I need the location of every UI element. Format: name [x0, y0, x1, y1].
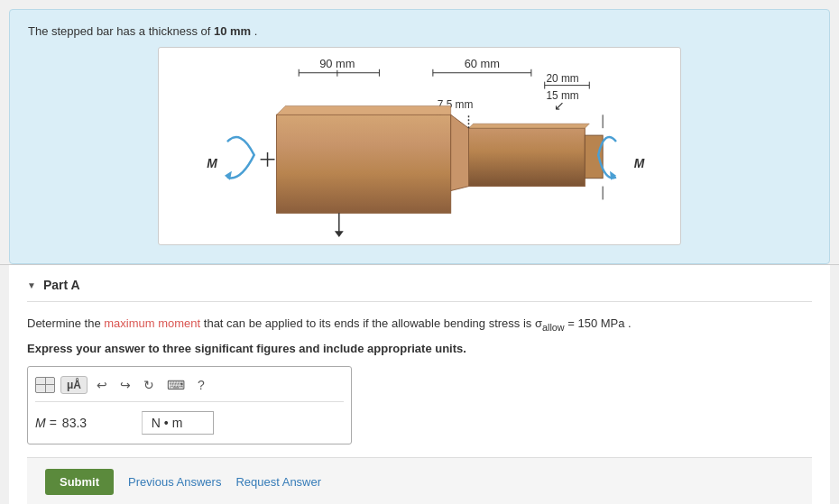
part-a-section: ▼ Part A Determine the maximum moment th…	[9, 265, 830, 504]
svg-marker-19	[451, 115, 469, 190]
collapse-triangle[interactable]: ▼	[27, 280, 36, 290]
svg-rect-20	[469, 128, 585, 186]
svg-text:60 mm: 60 mm	[465, 57, 500, 70]
engineering-diagram: 90 mm 60 mm 7.5 mm ↙ 20 mm	[159, 48, 680, 244]
answer-variable-label: M	[35, 416, 46, 430]
part-a-title: Part A	[43, 278, 80, 292]
answer-toolbar: μÅ ↩ ↪ ↻ ⌨ ?	[35, 372, 344, 402]
svg-text:↙: ↙	[554, 98, 565, 113]
svg-marker-18	[276, 105, 450, 115]
diagram-area: 90 mm 60 mm 7.5 mm ↙ 20 mm	[158, 47, 681, 245]
answer-value-input[interactable]	[62, 416, 134, 430]
answer-units: N • m	[142, 411, 214, 435]
svg-rect-17	[276, 115, 450, 213]
page-container: The stepped bar has a thickness of 10 mm…	[0, 0, 839, 504]
svg-text:M: M	[634, 156, 645, 170]
svg-marker-21	[469, 124, 590, 128]
svg-marker-24	[335, 231, 344, 237]
answer-equals: =	[50, 416, 57, 430]
answer-input-box: μÅ ↩ ↪ ↻ ⌨ ? M = N • m	[27, 366, 352, 444]
redo-icon[interactable]: ↪	[116, 376, 134, 394]
svg-rect-22	[585, 135, 603, 179]
svg-text:90 mm: 90 mm	[319, 57, 355, 70]
express-text: Express your answer to three significant…	[27, 342, 812, 355]
keyboard-icon[interactable]: ⌨	[163, 376, 189, 394]
question-text: Determine the maximum moment that can be…	[27, 315, 812, 334]
action-bar: Submit Previous Answers Request Answer	[27, 457, 812, 504]
svg-text:M: M	[207, 156, 217, 170]
submit-button[interactable]: Submit	[45, 469, 114, 495]
svg-text:20 mm: 20 mm	[546, 72, 578, 85]
answer-row: M = N • m	[35, 408, 344, 438]
undo-icon[interactable]: ↩	[93, 376, 111, 394]
help-icon[interactable]: ?	[194, 376, 208, 394]
problem-description: The stepped bar has a thickness of 10 mm…	[28, 24, 811, 38]
mu-button[interactable]: μÅ	[60, 376, 88, 394]
grid-icon[interactable]	[35, 377, 55, 393]
previous-answers-link[interactable]: Previous Answers	[128, 475, 221, 489]
reset-icon[interactable]: ↻	[140, 376, 158, 394]
diagram-panel: The stepped bar has a thickness of 10 mm…	[9, 9, 830, 264]
request-answer-link[interactable]: Request Answer	[235, 475, 321, 489]
part-a-header: ▼ Part A	[27, 278, 812, 302]
